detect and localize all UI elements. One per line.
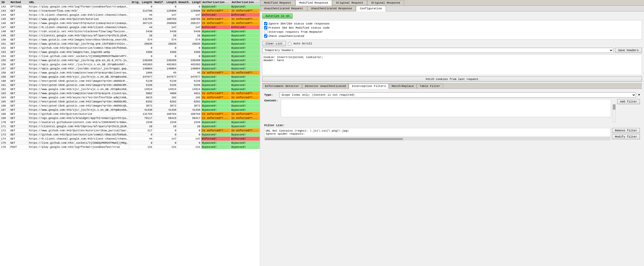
table-cell: Is enforced??... (231, 91, 260, 95)
top-tab-original-response[interactable]: Original Response (367, 0, 404, 5)
table-cell: 131794 (129, 17, 153, 21)
table-row[interactable]: 142OPTIONShttps://play.google.com:443/lo… (0, 5, 260, 9)
headers-textarea[interactable]: Cookie: Insert=injected; cookie=or; Head… (262, 54, 642, 75)
table-cell: 153 (0, 50, 10, 54)
clear-list-button[interactable]: Clear List (262, 41, 286, 46)
table-row[interactable]: 162GEThttps://www.google.com:443/xjs/_js… (0, 87, 260, 91)
table-cell: Bypassed! (201, 100, 231, 104)
table-cell: 1866 (129, 71, 153, 75)
table-row[interactable]: 147GEThttps://0.client-channel.google.co… (0, 25, 260, 29)
table-row[interactable]: 168GEThttps://github.com:443/Quitten/Aut… (0, 112, 260, 116)
table-cell: Is enforced??... (231, 71, 260, 75)
table-row[interactable]: 148GEThttps://cdn.sstatic.net:443/Sites/… (0, 29, 260, 34)
table-row[interactable]: 145GEThttps://www.google.com:443/Quitten… (0, 17, 260, 21)
table-cell: GET (10, 79, 28, 83)
table-row[interactable]: 172GEThttps://www.github.com:443/Quitten… (0, 128, 260, 133)
table-row[interactable]: 170GEThttps://avatars3.githubusercontent… (0, 120, 260, 124)
top-tab-original-request[interactable]: Original Request (332, 0, 367, 5)
table-row[interactable]: 149GEThttps://clients1.google.com:443/tb… (0, 34, 260, 38)
table-row[interactable]: 166GEThttps://encrypted-tbn0.gstatic.com… (0, 104, 260, 108)
temp-headers-dropdown[interactable]: Temporary headers (262, 48, 613, 53)
checkbox-row: Prevent 304 Not Modified status code (264, 26, 640, 29)
checkbox-check-unauthenticate[interactable] (264, 34, 267, 38)
checkbox-intercept-requests-f[interactable] (264, 30, 267, 34)
table-cell: Enforced! (231, 25, 260, 29)
request-table-container[interactable]: ID Method URL Orig. Length Modif. Length… (0, 0, 260, 266)
table-row[interactable]: 165GEThttps://encrypted-tbn0.gstatic.com… (0, 100, 260, 104)
table-row[interactable]: 171GEThttps://clients1.google.com:443/tb… (0, 124, 260, 128)
table-cell: Bypassed! (201, 87, 231, 91)
authorize-button[interactable]: Autorize is on (262, 13, 293, 19)
modify-filter-button[interactable]: Modify filter (612, 134, 640, 139)
table-cell: 28 (153, 124, 177, 128)
col-header-modif: Modif. Length (153, 0, 177, 5)
fetch-cookies-button[interactable]: Fetch cookies from last request (262, 77, 642, 82)
table-cell: GET (10, 120, 28, 124)
table-cell: 1546 (177, 120, 201, 124)
table-row[interactable]: 159GEThttps://www.google.com:443/xjs/_js… (0, 75, 260, 79)
table-row[interactable]: 156GEThttps://apis.google.com:443/_/jss/… (0, 62, 260, 67)
table-row[interactable]: 164GEThttps://www.google.com:443/async/e… (0, 95, 260, 100)
table-row[interactable]: 167GEThttps://www.google.com:443/xjs/_js… (0, 108, 260, 112)
auto-scroll-checkbox[interactable] (288, 42, 291, 45)
table-row[interactable]: 143GEThttps://stackoverflow.com:443/3137… (0, 9, 260, 13)
table-cell: Bypassed! (201, 54, 231, 58)
table-row[interactable]: 174GEThttps://0.client-channel.google.co… (0, 137, 260, 141)
table-row[interactable]: 176POSThttps://play.google.com:443/log?f… (0, 145, 260, 149)
table-row[interactable]: 152GEThttps://github.com:443/Quitten/Aut… (0, 46, 260, 50)
table-row[interactable]: 163GEThttps://www.google.com:443/complet… (0, 91, 260, 95)
top-tab-modified-request[interactable]: Modified Request (260, 0, 295, 5)
table-cell: 8292 (153, 100, 177, 104)
type-select[interactable]: Scope items only: (Content is not requir… (279, 92, 636, 98)
bottom-tab-enforcement-detector[interactable]: Enforcement Detector (262, 84, 302, 88)
table-row[interactable]: 158GEThttps://www.google.com:443/complet… (0, 71, 260, 75)
table-row[interactable]: 144GEThttps://0.client-channel.google.co… (0, 13, 260, 17)
table-cell: Bypassed! (231, 133, 260, 137)
remove-filter-button[interactable]: Remove filter (612, 128, 640, 133)
table-row[interactable]: 175GEThttps://live.github.com:443/_socke… (0, 141, 260, 145)
filter-list-item[interactable]: Ignore spider requests: (266, 132, 609, 135)
table-cell: 147 (177, 137, 201, 141)
checkbox-prevent-304-not-modi[interactable] (264, 26, 267, 29)
table-row[interactable]: 161GEThttps://encrypted-tbn0.gstatic.com… (0, 83, 260, 87)
table-cell: https://play.google.com:443/log?format=j… (28, 145, 129, 149)
table-row[interactable]: 154GEThttps://live.github.com:443/_socke… (0, 54, 260, 58)
table-cell: 166 (0, 104, 10, 108)
table-row[interactable]: 153GEThttps://www.google.com:443/images/… (0, 50, 260, 54)
bottom-tab-match/replace[interactable]: Match/Replace (389, 84, 417, 88)
save-headers-button[interactable]: Save headers (615, 48, 642, 53)
checkbox-ignore-304/204-statu[interactable] (264, 22, 267, 25)
bottom-tab-interception-filters[interactable]: Interception Filters (349, 84, 388, 89)
bottom-tab-detector-unauthenticated[interactable]: Detector Unauthenticated (302, 84, 349, 88)
filter-list-item[interactable]: URL Not Contains (regex): \.js|\.css|\.p… (266, 129, 609, 132)
table-row[interactable]: 160GEThttps://encrypted-tbn0.gstatic.com… (0, 79, 260, 83)
bottom-tab-table-filter[interactable]: Table Filter (417, 84, 443, 88)
table-cell: Bypassed! (201, 42, 231, 46)
table-cell: 148 (0, 29, 10, 34)
table-cell: Bypassed! (201, 83, 231, 87)
table-cell: Is enforced??... (201, 71, 231, 75)
filter-list-box[interactable]: URL Not Contains (regex): \.js|\.css|\.p… (264, 128, 611, 137)
table-cell: Bypassed! (231, 83, 260, 87)
table-row[interactable]: 157GEThttps://apis.google.com:443/_/jss/… (0, 67, 260, 71)
table-row[interactable]: 155GEThttps://www.gstatic.com:443/og/_js… (0, 58, 260, 62)
table-cell: 14524 (177, 87, 201, 91)
table-cell: GET (10, 104, 28, 108)
content-textarea[interactable] (281, 99, 611, 117)
table-cell: 162 (0, 87, 10, 91)
top-tab-modified-response[interactable]: Modified Response (295, 0, 332, 6)
sub-tab-unauthenticated-request[interactable]: Unauthenticated Request (260, 6, 307, 11)
table-cell: 4396 (177, 50, 201, 54)
table-row[interactable]: 150GEThttps://www.gstatic.com:443/images… (0, 38, 260, 42)
col-header-orig: Orig. Length (129, 0, 153, 5)
table-row[interactable]: 169GEThttps://ogs.google.com:443/u/0/wid… (0, 116, 260, 120)
table-cell: Bypassed! (201, 141, 231, 145)
table-row[interactable]: 173GEThttps://github.com:443/Quitten/Aut… (0, 133, 260, 137)
table-row[interactable]: 151GEThttps://www.gstatic.com:443/og/_js… (0, 42, 260, 46)
sub-tab-unauthenticated-response[interactable]: Unauthenticated Response (307, 6, 356, 11)
table-row[interactable]: 146GEThttps://www.google.com:443/search?… (0, 21, 260, 25)
table-cell: 58417 (177, 116, 201, 120)
sub-tab-configuration[interactable]: Configuration (356, 6, 386, 11)
table-cell: https://www.google.com:443/xjs/_jss/k=xj… (28, 75, 129, 79)
add-filter-button[interactable]: Add filter (617, 99, 640, 104)
